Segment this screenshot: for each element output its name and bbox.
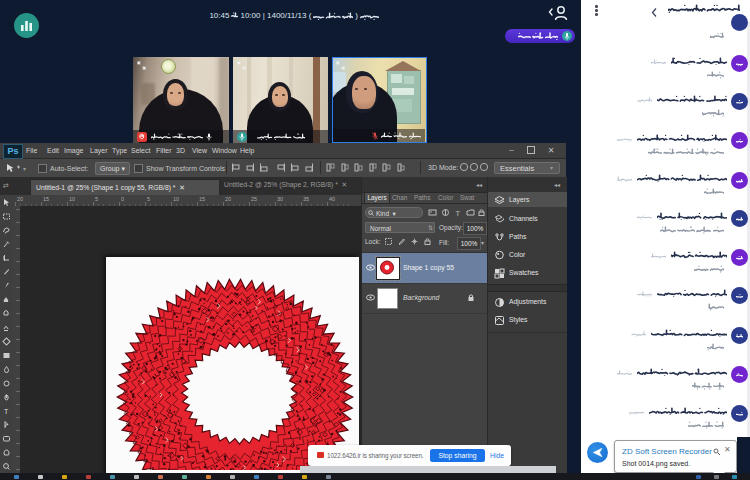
svg-text:T: T — [4, 408, 9, 415]
svg-text:T: T — [456, 209, 461, 218]
